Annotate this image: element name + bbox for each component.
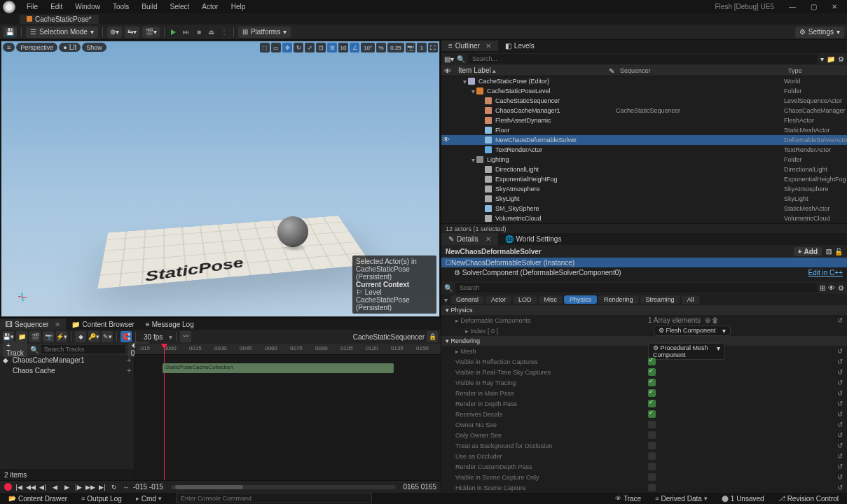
fps-label[interactable]: 30 fps [139,333,167,341]
track-row[interactable]: Chaos Cache+ [0,365,134,376]
zoom-slider[interactable] [171,485,395,489]
revision-control-button[interactable]: ⎇ Revision Control [774,495,843,503]
viewport-menu[interactable]: ≡ [3,43,15,52]
camera-speed-value[interactable]: 1 [417,43,427,52]
seq-autokey-button[interactable]: 🔑▾ [88,331,99,342]
tree-row[interactable]: 👁NewChaosDeformableSolverDeformableSolve… [441,135,847,145]
category-physics[interactable]: ▾ Physics [441,305,847,315]
checkbox[interactable] [648,400,656,407]
checkbox[interactable] [648,389,656,397]
seq-camera-button[interactable]: 📷 [43,331,54,342]
checkbox[interactable] [648,484,656,491]
tab-outliner[interactable]: ≡ Outliner✕ [441,41,498,51]
reset-icon[interactable]: ↺ [837,452,843,460]
to-start-button[interactable]: |◀ [14,482,24,492]
seq-key-button[interactable]: ◆ [75,331,86,342]
skip-button[interactable]: ⏭ [181,27,191,37]
checkbox[interactable] [648,358,656,365]
step-fwd-button[interactable]: |▶ [74,482,83,492]
tree-row[interactable]: CacheStaticSequencerLevelSequenceActor [441,96,847,106]
tree-row[interactable]: FleshAssetDynamicFleshActor [441,115,847,125]
tree-row[interactable]: VolumetricCloudVolumetricCloud [441,214,847,223]
reset-icon[interactable]: ↺ [837,421,843,428]
checkbox[interactable] [648,379,656,386]
seq-curve-button[interactable]: 〰 [180,331,191,342]
trace-button[interactable]: 👁 Trace [611,495,645,503]
unsaved-button[interactable]: ⬤ 1 Unsaved [717,495,769,503]
checkbox[interactable] [648,473,656,481]
camera-speed-icon[interactable]: 📷 [406,43,415,52]
maximize-viewport-icon[interactable]: ⛶ [428,43,438,52]
filter-all[interactable]: All [682,295,700,304]
select-icon[interactable]: ▭ [271,43,281,52]
snap-surface-icon[interactable]: ⊡ [316,43,326,52]
record-button[interactable] [4,483,12,491]
checkbox[interactable] [648,421,656,428]
viewport[interactable]: StaticPose ≡ Perspective ● Lit Show ⬚ ▭ … [0,40,441,318]
menu-edit[interactable]: Edit [45,1,68,12]
filter-lod[interactable]: LOD [513,295,537,304]
track-row[interactable]: ◆ ChaosCacheManager1+ [0,355,134,365]
reset-icon[interactable]: ↺ [837,431,843,439]
play-options-button[interactable]: ⋮ [219,27,229,37]
chevron-down-icon[interactable]: ▾ [820,55,824,63]
menu-select[interactable]: Select [165,1,195,12]
tree-row[interactable]: ChaosCacheManager1CacheStaticSequencerCh… [441,106,847,115]
asset-tab[interactable]: CacheStaticPose* [20,15,99,24]
tab-sequencer[interactable]: 🎞 Sequencer✕ [0,318,66,330]
browse-icon[interactable]: ⊡ [826,248,832,255]
filter-rendering[interactable]: Rendering [598,295,639,304]
viewport-perspective[interactable]: Perspective [16,43,57,52]
reset-icon[interactable]: ↺ [837,379,843,386]
outliner-search-input[interactable] [468,54,818,64]
forward-button[interactable]: ▶▶ [85,482,95,492]
reset-icon[interactable]: ↺ [837,410,843,418]
to-end-button[interactable]: ▶| [97,482,107,492]
tree-row[interactable]: ▾CacheStaticPoseLevelFolder [441,86,847,96]
add-component-button[interactable]: + Add [794,247,822,256]
step-back-button[interactable]: ◀| [38,482,48,492]
reset-icon[interactable]: ↺ [837,400,843,407]
checkbox[interactable] [648,431,656,439]
tree-row[interactable]: TextRenderActorTextRenderActor [441,145,847,155]
checkbox[interactable] [648,452,656,460]
angle-snap-value[interactable]: 10° [361,43,375,52]
reset-icon[interactable]: ↺ [837,484,843,491]
grid-icon[interactable]: ⊞ [820,284,825,292]
edit-cpp-link[interactable]: Edit in C++ [808,269,843,276]
viewport-lit[interactable]: ● Lit [59,43,81,52]
flesh-component-dropdown[interactable]: ⚙ Flesh Component▾ [654,326,731,336]
filter-misc[interactable]: Misc [539,295,563,304]
scale-snap-icon[interactable]: % [376,43,386,52]
eye-icon[interactable]: 👁 [444,67,451,74]
checkbox[interactable] [648,410,656,418]
timeline[interactable]: -015000000150030004500600075009001050120… [135,344,441,480]
cinematics-button[interactable]: 🎬▾ [142,27,160,38]
tab-world-settings[interactable]: 🌐 World Settings [498,233,569,245]
tree-row[interactable]: ExponentialHeightFogExponentialHeightFog [441,174,847,184]
seq-save-button[interactable]: 💾▾ [3,331,14,342]
component-row[interactable]: ☐ NewChaosDeformableSolver (Instance) [441,258,847,267]
lock-icon[interactable]: 🔓 [834,248,843,255]
output-log-button[interactable]: ≡ Output Log [77,495,126,503]
save-button[interactable]: 💾 [3,27,17,38]
menu-tools[interactable]: Tools [107,1,135,12]
gear-icon[interactable]: ⚙ [838,55,844,63]
angle-snap-icon[interactable]: ∠ [350,43,359,52]
tree-row[interactable]: ▾CacheStaticPose (Editor)World [441,76,847,86]
marketplace-button[interactable]: ⇆▾ [125,27,139,38]
component-sub-row[interactable]: ⚙ SolverComponent (DeformableSolverCompo… [441,267,847,277]
play-rev-button[interactable]: ◀ [50,482,60,492]
content-drawer-button[interactable]: 📂 Content Drawer [4,495,71,503]
window-close[interactable]: ✕ [825,1,844,13]
eye-icon[interactable]: 👁 [828,284,835,292]
seq-lock-button[interactable]: 🔒 [427,331,438,342]
settings-button[interactable]: ⚙ Settings ▾ [795,27,844,38]
range-button[interactable]: ↔ [121,482,131,492]
reset-icon[interactable]: ↺ [837,473,843,481]
mesh-dropdown[interactable]: ⚙ Procedural Mesh Component▾ [648,343,725,360]
tab-message-log[interactable]: ≡ Message Log [140,318,200,330]
gear-icon[interactable]: ⚙ [838,284,844,292]
checkbox[interactable] [648,463,656,470]
reset-icon[interactable]: ↺ [837,389,843,397]
